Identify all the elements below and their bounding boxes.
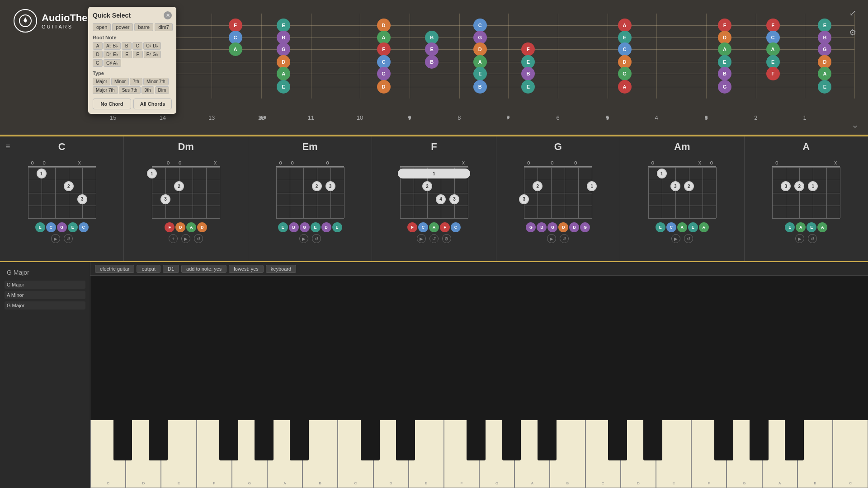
toolbar-electric-guitar[interactable]: electric guitar <box>95 265 134 273</box>
settings-button[interactable]: ⚙ <box>442 234 451 243</box>
white-key-C4[interactable]: C <box>833 420 868 488</box>
key-row-minor[interactable]: A Minor <box>5 291 85 299</box>
black-key[interactable] <box>608 420 627 460</box>
toolbar-d1[interactable]: D1 <box>163 265 179 273</box>
note-G[interactable]: G <box>377 67 391 80</box>
play-button[interactable]: ▶ <box>299 234 308 243</box>
root-Gs-Ab[interactable]: G♯ A♭ <box>104 59 121 67</box>
key-row-pent[interactable]: G Major <box>5 301 85 310</box>
note-D[interactable]: D <box>473 42 487 56</box>
loop-button[interactable]: ↺ <box>312 234 321 243</box>
popup-close-button[interactable]: ✕ <box>164 11 172 19</box>
black-key[interactable] <box>467 420 486 460</box>
all-chords-button[interactable]: All Chords <box>133 99 172 109</box>
filter-dim7[interactable]: dim7 <box>155 23 173 31</box>
black-key[interactable] <box>149 420 168 460</box>
loop-button[interactable]: ↺ <box>808 234 817 243</box>
root-Ds-Eb[interactable]: D♯ E♭ <box>104 51 121 58</box>
note-F[interactable]: F <box>766 67 780 80</box>
root-E[interactable]: E <box>122 51 132 58</box>
note-B[interactable]: B <box>718 67 731 80</box>
note-E[interactable]: E <box>521 80 535 94</box>
type-minor7th[interactable]: Minor 7th <box>143 78 169 85</box>
note-G[interactable]: G <box>718 80 731 94</box>
type-minor[interactable]: Minor <box>111 78 129 85</box>
note-A[interactable]: A <box>277 67 290 80</box>
black-key[interactable] <box>113 420 132 460</box>
root-D[interactable]: D <box>93 51 103 58</box>
white-key-C3[interactable]: C <box>585 420 621 488</box>
note-D[interactable]: D <box>377 80 391 94</box>
type-sus7th[interactable]: Sus 7th <box>119 86 141 94</box>
chord-item-Dm[interactable]: Dm o o x <box>124 136 248 261</box>
black-key[interactable] <box>785 420 804 460</box>
type-9th[interactable]: 9th <box>142 86 154 94</box>
chord-item-Em[interactable]: Em o o o <box>248 136 372 261</box>
note-F[interactable]: F <box>377 42 391 56</box>
loop-button[interactable]: ↺ <box>194 234 203 243</box>
play-button[interactable]: ▶ <box>547 234 556 243</box>
note-E[interactable]: E <box>818 80 831 94</box>
play-button[interactable]: ▶ <box>417 234 426 243</box>
type-major7th[interactable]: Major 7th <box>93 86 118 94</box>
black-key[interactable] <box>219 420 238 460</box>
chord-item-Am[interactable]: Am o x o <box>620 136 744 261</box>
black-key[interactable] <box>255 420 274 460</box>
white-key-C[interactable]: C <box>90 420 126 488</box>
filter-barre[interactable]: barre <box>134 23 153 31</box>
play-button[interactable]: ▶ <box>51 234 60 243</box>
no-chord-button[interactable]: No Chord <box>93 99 131 109</box>
black-key[interactable] <box>538 420 557 460</box>
play-button[interactable]: ▶ <box>795 234 804 243</box>
note-E[interactable]: E <box>473 67 487 80</box>
root-Ab-Bb[interactable]: A♭ B♭ <box>104 42 121 50</box>
chord-item-C[interactable]: C o o x <box>0 136 124 261</box>
note-B[interactable]: B <box>521 67 535 80</box>
note-A[interactable]: A <box>766 42 780 56</box>
type-7th[interactable]: 7th <box>130 78 142 85</box>
black-key[interactable] <box>396 420 415 460</box>
note-E[interactable]: E <box>425 42 439 56</box>
root-Cs-Db[interactable]: C♯ D♭ <box>143 42 161 50</box>
root-C[interactable]: C <box>132 42 142 50</box>
toolbar-add-to-note[interactable]: add to note: yes <box>181 265 226 273</box>
scroll-down-icon[interactable]: ⌄ <box>851 119 859 130</box>
loop-button[interactable]: ↺ <box>560 234 569 243</box>
play-button[interactable]: ▶ <box>181 234 190 243</box>
loop-button[interactable]: ↺ <box>429 234 439 243</box>
note-E[interactable]: E <box>277 80 290 94</box>
root-G[interactable]: G <box>93 59 103 67</box>
chord-item-A[interactable]: A o x 3 <box>745 136 868 261</box>
loop-button[interactable]: ↺ <box>64 234 73 243</box>
root-F[interactable]: F <box>133 51 143 58</box>
black-key[interactable] <box>502 420 521 460</box>
note-A[interactable]: A <box>618 80 632 94</box>
filter-power[interactable]: power <box>112 23 133 31</box>
note-F[interactable]: F <box>521 42 535 56</box>
note-G[interactable]: G <box>818 42 831 56</box>
note-A[interactable]: A <box>718 42 731 56</box>
note-A[interactable]: A <box>818 67 831 80</box>
white-key-C2[interactable]: C <box>338 420 373 488</box>
black-key[interactable] <box>361 420 380 460</box>
root-Fs-Gb[interactable]: F♯ G♭ <box>144 51 161 58</box>
black-key[interactable] <box>714 420 733 460</box>
toolbar-keyboard[interactable]: keyboard <box>266 265 296 273</box>
toolbar-output[interactable]: output <box>137 265 160 273</box>
note-A[interactable]: A <box>229 42 242 56</box>
white-key-F[interactable]: F <box>197 420 232 488</box>
note-B[interactable]: B <box>473 80 487 94</box>
note-G[interactable]: G <box>618 67 632 80</box>
black-key[interactable] <box>643 420 662 460</box>
type-major[interactable]: Major <box>93 78 110 85</box>
white-key-F2[interactable]: F <box>444 420 479 488</box>
expand-icon[interactable]: ⤢ <box>846 7 859 19</box>
note-G[interactable]: G <box>277 42 290 56</box>
black-key[interactable] <box>750 420 769 460</box>
chord-item-G[interactable]: G o o o 1 <box>496 136 620 261</box>
root-A[interactable]: A <box>93 42 103 50</box>
white-key-F3[interactable]: F <box>691 420 726 488</box>
loop-button[interactable]: ↺ <box>684 234 693 243</box>
settings-icon[interactable]: ⚙ <box>846 26 859 39</box>
filter-open[interactable]: open <box>93 23 111 31</box>
